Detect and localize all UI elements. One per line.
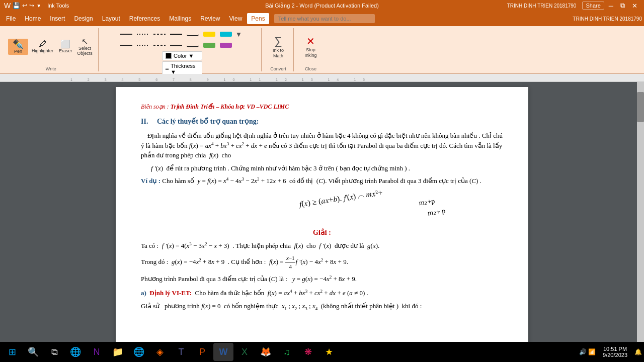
write-group-label: Write	[46, 66, 56, 71]
pen-style2-dash[interactable]	[152, 40, 167, 50]
pen-style-solid[interactable]	[119, 29, 134, 39]
close-button[interactable]: ✕	[629, 2, 640, 10]
pen-style2-solid[interactable]	[119, 40, 134, 50]
select-objects-button[interactable]: ↖ Select Objects	[76, 37, 94, 57]
svg-text:m₂+p: m₂+p	[418, 197, 435, 207]
scrollbar-thumb[interactable]	[637, 92, 644, 122]
extra-app2[interactable]: ★	[319, 343, 339, 361]
color-swatch	[166, 53, 172, 59]
excel-button[interactable]: X	[234, 343, 255, 361]
word-taskbar-button[interactable]: W	[213, 343, 233, 361]
menu-pens[interactable]: Pens	[247, 13, 269, 24]
pen-style-dash[interactable]	[152, 29, 167, 39]
undo-icon[interactable]: ↩	[22, 2, 27, 9]
search-button[interactable]: 🔍	[23, 343, 43, 361]
user-label: TRINH DINH TRIEN 20181790	[507, 3, 577, 9]
windows-icon: ⊞	[6, 346, 18, 358]
teams-icon: T	[175, 346, 187, 358]
menu-mailings[interactable]: Mailings	[165, 13, 195, 24]
menu-design[interactable]: Design	[70, 13, 97, 24]
highlighter-button[interactable]: 🖍 Highlighter	[30, 39, 55, 54]
menu-view[interactable]: View	[225, 13, 247, 24]
user-menu-label: TRINH DINH TRIEN 20181790	[573, 16, 642, 22]
author-text-1: Biên soạn :	[141, 103, 171, 110]
menu-home[interactable]: Home	[21, 13, 45, 24]
menu-layout[interactable]: Layout	[98, 13, 124, 24]
example-label: Ví dụ :	[141, 177, 162, 185]
task-view-button[interactable]: ⧉	[44, 343, 64, 361]
ppt-icon: P	[196, 346, 208, 358]
restore-button[interactable]: ⧉	[618, 2, 627, 10]
minimize-button[interactable]: ─	[606, 2, 616, 10]
search-input[interactable]	[274, 14, 375, 23]
chrome-icon: 🌐	[133, 346, 145, 358]
ink-to-math-label: Ink toMath	[273, 48, 284, 59]
menu-right: TRINH DINH TRIEN 20181790	[573, 16, 642, 22]
eraser-icon: ⬜	[60, 40, 70, 48]
stop-inking-button[interactable]: ✕ StopInking	[302, 34, 320, 59]
share-button[interactable]: Share	[582, 2, 604, 10]
word-taskbar-icon: W	[217, 346, 229, 358]
suppose-line: Giả sử phương trình f(x) = 0 có bốn nghi…	[141, 301, 503, 312]
color-dropdown[interactable]: Color ▼	[162, 51, 202, 60]
menu-references[interactable]: References	[125, 13, 164, 24]
taskbar-right: 🔊 📶 10:51 PM 9/20/2023 🔔	[579, 346, 642, 358]
chrome-button[interactable]: 🌐	[129, 343, 149, 361]
section-heading: II. Các lý thuyết bổ trợ quan trọng:	[141, 116, 503, 127]
svg-text:𝑓(𝑥) ≥ (𝑎𝑥+𝑏). 𝑓'(𝑥) ⌒ : 𝑓(𝑥) ≥ (𝑎𝑥+𝑏). 𝑓'(𝑥) ⌒ 𝑚𝑥²+	[297, 189, 383, 209]
pen-color-yellow[interactable]	[202, 29, 217, 39]
pen-color2-green[interactable]	[202, 40, 217, 50]
onenote-icon: N	[91, 346, 103, 358]
teams-button[interactable]: T	[171, 343, 191, 361]
pen-style-thick[interactable]	[169, 29, 184, 39]
document-page[interactable]: Biên soạn : Trịnh Đình Triển – Khóa học …	[116, 87, 528, 346]
paragraph-1b: f '(x) để rút ra phương trình . Chứng mi…	[141, 163, 503, 173]
powerpoint-button[interactable]: P	[192, 343, 212, 361]
pen-style2-wave[interactable]	[185, 40, 200, 50]
windows-start-button[interactable]: ⊞	[2, 343, 22, 361]
pen-style-dotted[interactable]	[135, 29, 150, 39]
menu-insert[interactable]: Insert	[46, 13, 69, 24]
window-title: Bài Giảng 2 - Word (Product Activation F…	[265, 3, 379, 9]
file-explorer-button[interactable]: 📁	[108, 343, 128, 361]
ruler: 1 2 3 4 5 6 7 8 9 10 11 12 13 14 15	[0, 74, 644, 82]
spotify-button[interactable]: ♫	[277, 343, 297, 361]
notification-button[interactable]: 🔔	[634, 348, 642, 355]
eraser-button[interactable]: ⬜ Eraser	[57, 39, 74, 54]
firefox-button[interactable]: 🦊	[256, 343, 276, 361]
paragraph-1: Định nghĩa về điểm uốn giống hệt định ng…	[141, 131, 503, 160]
thickness-icon: ━	[166, 66, 169, 72]
date-display: 9/20/2023	[603, 352, 627, 358]
title-bar: W 💾 ↩ ↪ ▼ Ink Tools Bài Giảng 2 - Word (…	[0, 0, 644, 11]
ribbon-pens-group: ▼ Color ▼ ━ Thickness ▼	[101, 28, 262, 71]
redo-icon[interactable]: ↪	[29, 2, 34, 9]
ink-to-math-button[interactable]: ∑ Ink toMath	[272, 34, 285, 60]
menu-file[interactable]: File	[2, 13, 20, 24]
save-icon[interactable]: 💾	[13, 2, 20, 9]
menu-review[interactable]: Review	[196, 13, 224, 24]
pen-style-wave[interactable]	[185, 29, 200, 39]
pen-style2-thick[interactable]	[169, 40, 184, 50]
extra-app1[interactable]: ❋	[298, 343, 318, 361]
theorem-line: a) Định lý VI-ET: Cho hàm đa thức bậc bố…	[141, 288, 503, 298]
pen-styles-row1: ▼	[119, 29, 243, 39]
stop-inking-label: StopInking	[305, 47, 317, 58]
select-label: Select Objects	[77, 46, 93, 56]
customize-icon[interactable]: ▼	[36, 3, 41, 9]
edge-button[interactable]: 🌐	[65, 343, 86, 361]
extra-icon-1: ❋	[302, 346, 314, 358]
title-bar-left: W 💾 ↩ ↪ ▼ Ink Tools	[4, 2, 69, 10]
scrollbar-right[interactable]	[637, 82, 644, 351]
pen-color-cyan[interactable]	[218, 29, 233, 39]
pen-style2-dotted[interactable]	[135, 40, 150, 50]
pen-button[interactable]: ✒️ Pen	[8, 39, 28, 55]
highlighter-label: Highlighter	[32, 48, 53, 53]
app-extra1[interactable]: ◈	[150, 343, 170, 361]
pen-expand-arrow[interactable]: ▼	[235, 29, 243, 39]
solution-label: Giải :	[141, 227, 503, 238]
sol-line-3: Phương trình Parabol đi qua 3 điểm cực t…	[141, 274, 503, 284]
pen-color2-purple[interactable]	[218, 40, 233, 50]
pen-label: Pen	[14, 49, 22, 54]
onenote-button[interactable]: N	[87, 343, 107, 361]
file-explorer-icon: 📁	[112, 346, 124, 358]
